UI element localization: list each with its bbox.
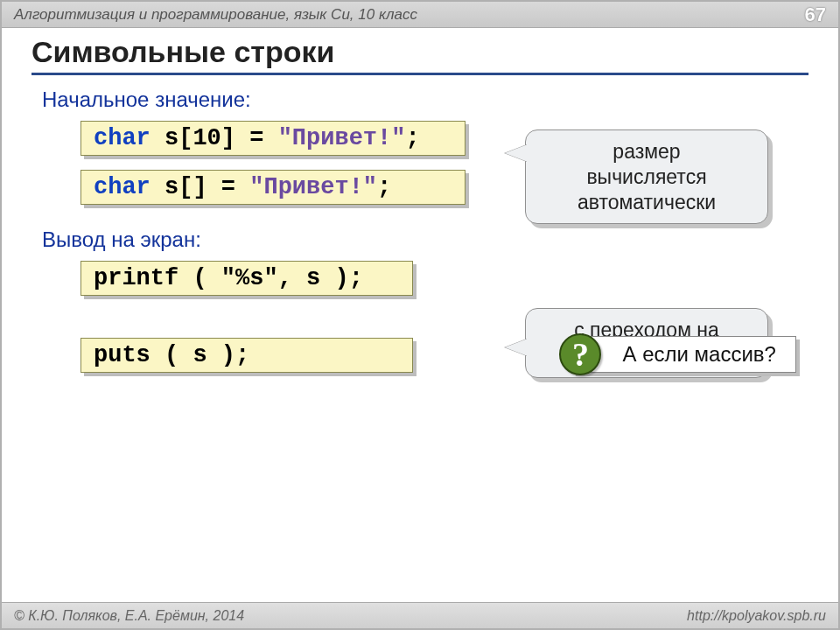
code-text: printf ( "%s", s ); (94, 265, 363, 291)
slide-title: Символьные строки (32, 35, 808, 71)
header-bar: Алгоритмизация и программирование, язык … (2, 2, 838, 28)
copyright-text: © К.Ю. Поляков, Е.А. Ерёмин, 2014 (14, 608, 244, 624)
code-box-3: printf ( "%s", s ); (80, 261, 413, 296)
code-box-2: char s[] = "Привет!"; (80, 170, 466, 205)
footer-url: http://kpolyakov.spb.ru (687, 608, 826, 624)
keyword: char (94, 174, 150, 200)
callout-tail (505, 144, 528, 162)
page-number: 67 (805, 4, 826, 26)
callout-tail (505, 339, 528, 356)
string-literal: "Привет!" (249, 174, 377, 200)
code-text: puts ( s ); (94, 342, 249, 368)
title-block: Символьные строки (2, 28, 838, 75)
question-mark-icon: ? (559, 333, 601, 375)
code-text: ; (377, 174, 391, 200)
section2-label: Вывод на экран: (42, 228, 808, 252)
content-area: Начальное значение: char s[10] = "Привет… (2, 75, 838, 387)
question-text: А если массив? (622, 342, 775, 366)
code-box-1: char s[10] = "Привет!"; (80, 121, 466, 156)
keyword: char (94, 125, 150, 151)
string-literal: "Привет!" (278, 125, 406, 151)
code-text: s[] = (150, 174, 249, 200)
course-title: Алгоритмизация и программирование, язык … (14, 6, 417, 24)
code-text: ; (405, 125, 419, 151)
callout-text: размер вычисляется автоматически (543, 139, 750, 214)
slide: Алгоритмизация и программирование, язык … (0, 0, 840, 630)
question-box: ? А если массив? (572, 336, 795, 373)
code-text: s[10] = (150, 125, 278, 151)
code-box-4: puts ( s ); (80, 338, 413, 373)
section1-label: Начальное значение: (42, 88, 808, 112)
footer-bar: © К.Ю. Поляков, Е.А. Ерёмин, 2014 http:/… (2, 602, 838, 628)
callout-auto-size: размер вычисляется автоматически (525, 130, 768, 224)
